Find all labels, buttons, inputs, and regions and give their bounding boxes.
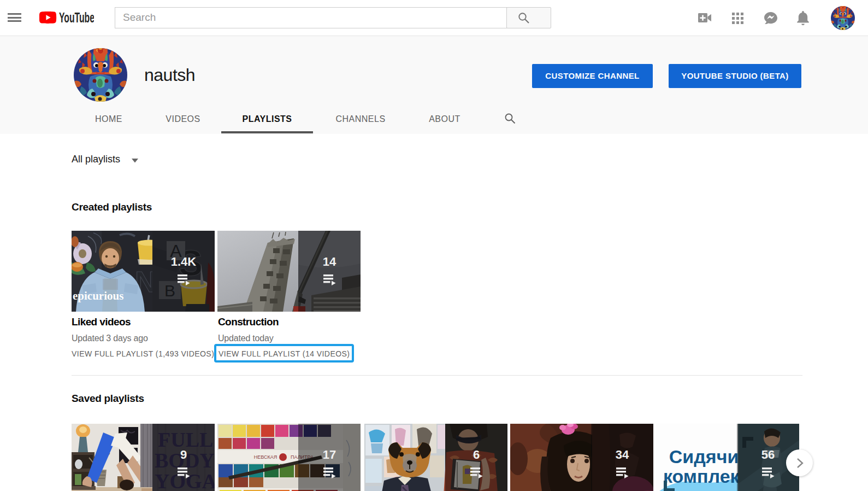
svg-text:YouTube: YouTube (59, 11, 94, 24)
svg-text:НЕВСКАЯ: НЕВСКАЯ (254, 454, 277, 460)
svg-text:epicurious: epicurious (73, 289, 123, 302)
